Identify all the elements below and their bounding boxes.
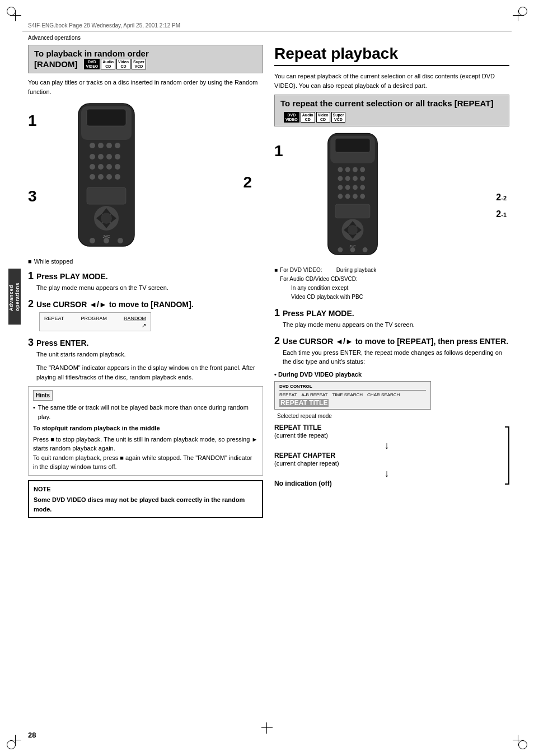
- step-num-2-left: 2: [243, 173, 252, 191]
- repeat-cycle-items: REPEAT TITLE (current title repeat) ↓ RE…: [274, 424, 499, 487]
- repeat-badge-audio: AudioCD: [301, 112, 315, 123]
- svg-point-12: [98, 164, 104, 170]
- svg-point-48: [360, 194, 365, 199]
- remote-svg-right: JVC: [302, 131, 403, 260]
- svg-point-56: [338, 247, 343, 252]
- crosshair-bl: [10, 735, 21, 746]
- badge-super-vcd: SuperVCD: [132, 59, 146, 69]
- svg-point-25: [101, 213, 112, 224]
- svg-point-55: [348, 225, 358, 235]
- note-label: NOTE: [34, 485, 257, 494]
- svg-point-7: [90, 154, 95, 159]
- left-step3: 3 Press ENTER. The unit starts random pl…: [28, 337, 263, 382]
- svg-point-45: [338, 194, 343, 199]
- svg-rect-19: [87, 187, 126, 204]
- right-step1-heading: 1 Press PLAY MODE.: [274, 307, 509, 319]
- step-num-2-2-right: 2-2: [496, 192, 507, 203]
- crosshair-tr: [513, 10, 524, 21]
- diagram-row: REPEAT PROGRAM RANDOM: [44, 315, 146, 322]
- svg-point-36: [360, 167, 365, 172]
- dvd-item-ab-repeat: A-B REPEAT: [301, 392, 327, 397]
- left-step1: 1 Press PLAY MODE. The play mode menu ap…: [28, 270, 263, 293]
- crosshair-bottom-center: [261, 722, 273, 734]
- random-section-box: To playback in random order [RANDOM] DVD…: [28, 45, 263, 73]
- remote-right-container: 1 2-2 2-1: [285, 131, 509, 261]
- bracket-line: [505, 426, 509, 485]
- dvd-panel-title: DVD CONTROL: [279, 384, 426, 391]
- right-step1-body: The play mode menu appears on the TV scr…: [283, 320, 509, 330]
- svg-point-38: [345, 176, 350, 181]
- svg-point-57: [350, 247, 355, 252]
- svg-point-43: [353, 185, 358, 190]
- left-step3-body2: The "RANDOM" indicator appears in the di…: [36, 363, 263, 382]
- repeat-badges: DVDVIDEO AudioCD VideoCD SuperVCD: [284, 112, 345, 123]
- hint2-title: To stop/quit random playback in the midd…: [33, 424, 258, 433]
- left-step3-body1: The unit starts random playback.: [36, 350, 263, 359]
- top-divider: [22, 31, 512, 31]
- page-number: 28: [28, 731, 36, 739]
- condition-notes-content: For DVD VIDEO: During playback For Audio…: [280, 266, 376, 302]
- svg-point-5: [106, 143, 112, 148]
- repeat-cycle-diagram: REPEAT TITLE (current title repeat) ↓ RE…: [274, 424, 509, 487]
- diagram-program: PROGRAM: [81, 316, 107, 321]
- repeat-badge-video: VideoCD: [316, 112, 330, 123]
- step-num-3-left: 3: [28, 187, 37, 205]
- left-step1-body: The play mode menu appears on the TV scr…: [36, 283, 263, 293]
- repeat-badge-super: SuperVCD: [331, 112, 346, 123]
- remote-svg-left: JVC: [50, 101, 162, 252]
- section-label: Advanced operations: [28, 35, 81, 41]
- audio-condition3: Video CD playback with PBC: [291, 293, 376, 302]
- side-tab-text: Advancedoperations: [8, 283, 21, 311]
- random-badges: DVDVIDEO AudioCD VideoCD SuperVCD: [84, 59, 146, 69]
- svg-point-37: [338, 176, 343, 181]
- diagram-repeat: REPEAT: [44, 316, 64, 321]
- dvd-panel-highlight: REPEAT TITLE: [279, 399, 329, 407]
- svg-point-47: [353, 194, 358, 199]
- arrow2: ↓: [274, 468, 499, 478]
- svg-point-17: [106, 174, 112, 180]
- diagram-random: RANDOM: [124, 316, 146, 321]
- dvd-panel-items-row: REPEAT A-B REPEAT TIME SEARCH CHAR SEARC…: [279, 392, 426, 397]
- no-indication-item: No indication (off): [274, 480, 499, 487]
- svg-rect-32: [335, 139, 370, 153]
- play-mode-diagram: REPEAT PROGRAM RANDOM ↗: [39, 312, 151, 331]
- dvd-condition: For DVD VIDEO: During playback: [280, 266, 376, 275]
- condition-notes: ■ For DVD VIDEO: During playback For Aud…: [274, 266, 509, 302]
- repeat-chapter-sub: (current chapter repeat): [274, 460, 339, 467]
- hint1: The same title or track will not be play…: [33, 403, 258, 421]
- left-step2: 2 Use CURSOR ◄/► to move to [RANDOM]. RE…: [28, 298, 263, 331]
- left-step2-heading: 2 Use CURSOR ◄/► to move to [RANDOM].: [28, 298, 263, 310]
- hint2-body: Press ■ to stop playback. The unit is st…: [33, 435, 258, 472]
- while-stopped-note: ■While stopped: [28, 258, 263, 265]
- svg-point-46: [345, 194, 350, 199]
- svg-point-13: [106, 164, 112, 170]
- right-step2-heading: 2 Use CURSOR ◄/► to move to [REPEAT], th…: [274, 335, 509, 347]
- side-tab: Advancedoperations: [8, 269, 21, 325]
- svg-point-14: [115, 164, 120, 170]
- svg-point-15: [90, 174, 95, 180]
- step-num-1-right: 1: [274, 142, 283, 160]
- remote-left-container: 1 3 2: [39, 101, 263, 253]
- svg-point-33: [338, 167, 343, 172]
- repeat-playback-title: Repeat playback: [274, 45, 509, 66]
- svg-point-27: [104, 238, 109, 243]
- audio-condition2: In any condition except: [291, 284, 376, 293]
- note-text: Some DVD VIDEO discs may not be played b…: [34, 495, 257, 514]
- svg-point-9: [106, 154, 112, 159]
- svg-point-40: [360, 176, 365, 181]
- during-dvd-label: • During DVD VIDEO playback: [274, 371, 509, 378]
- dvd-panel: DVD CONTROL REPEAT A-B REPEAT TIME SEARC…: [274, 381, 431, 410]
- arrow1: ↓: [274, 440, 499, 450]
- repeat-bracket: [505, 424, 509, 487]
- svg-point-16: [98, 174, 104, 180]
- svg-point-34: [345, 167, 350, 172]
- svg-point-6: [115, 143, 120, 148]
- right-step2-body: Each time you press ENTER, the repeat mo…: [283, 348, 509, 367]
- repeat-intro: You can repeat playback of the current s…: [274, 72, 509, 90]
- crosshair-tl: [10, 10, 21, 21]
- left-step3-heading: 3 Press ENTER.: [28, 337, 263, 349]
- repeat-title-sub: (current title repeat): [274, 432, 328, 439]
- svg-point-44: [360, 185, 365, 190]
- random-title2: [RANDOM]: [34, 59, 77, 69]
- svg-point-18: [115, 174, 120, 180]
